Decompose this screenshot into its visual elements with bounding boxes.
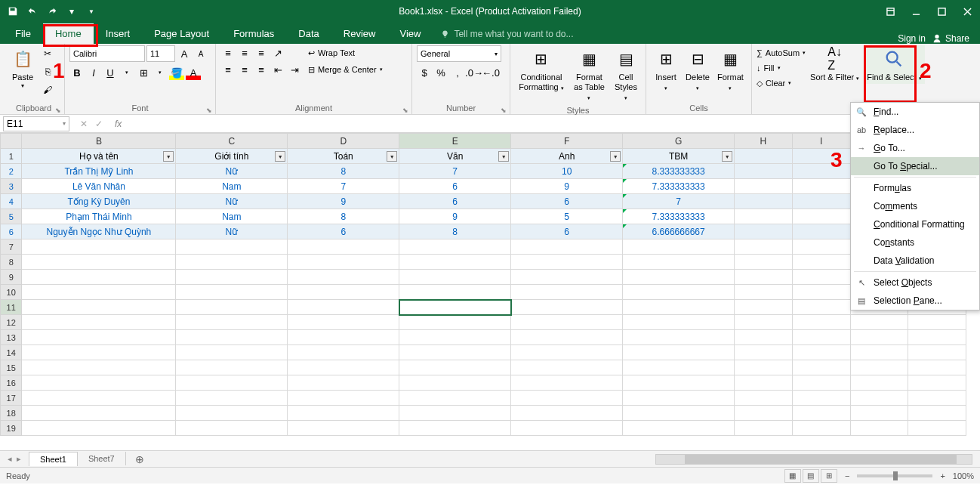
cancel-formula-icon[interactable]: ✕: [80, 119, 88, 129]
empty-cell[interactable]: [511, 330, 623, 345]
empty-cell[interactable]: [176, 255, 288, 270]
conditional-formatting-button[interactable]: ⊞ Conditional Formatting ▾: [515, 45, 568, 94]
empty-cell[interactable]: [399, 345, 511, 360]
row-header-10[interactable]: 10: [1, 285, 22, 300]
empty-cell[interactable]: [908, 406, 966, 421]
sheet-nav-last-icon[interactable]: ▸: [17, 454, 21, 464]
data-cell[interactable]: 6: [399, 194, 511, 209]
empty-cell[interactable]: [623, 391, 735, 406]
paste-button[interactable]: 📋 Paste ▾: [8, 45, 38, 91]
col-header-C[interactable]: C: [176, 134, 288, 149]
empty-cell[interactable]: [288, 375, 399, 391]
empty-cell[interactable]: [850, 391, 908, 406]
zoom-slider[interactable]: [857, 474, 932, 477]
minimize-icon[interactable]: [903, 0, 929, 23]
increase-indent-icon[interactable]: ⇥: [287, 62, 302, 77]
horizontal-scrollbar[interactable]: [655, 454, 972, 465]
filter-dropdown-icon[interactable]: ▼: [610, 151, 621, 162]
empty-cell[interactable]: [399, 391, 511, 406]
data-cell[interactable]: 6: [399, 179, 511, 194]
empty-cell[interactable]: [511, 270, 623, 285]
data-cell[interactable]: 8: [288, 209, 399, 224]
data-cell[interactable]: 8: [288, 164, 399, 179]
increase-decimal-icon[interactable]: .0→: [467, 65, 482, 80]
filter-dropdown-icon[interactable]: ▼: [163, 151, 174, 162]
data-cell[interactable]: 8.333333333: [623, 164, 735, 179]
empty-cell[interactable]: [22, 375, 176, 391]
data-cell[interactable]: 7: [399, 164, 511, 179]
autosum-button[interactable]: ∑AutoSum ▾: [757, 45, 806, 60]
data-cell[interactable]: Nam: [176, 179, 288, 194]
row-header-12[interactable]: 12: [1, 315, 22, 330]
align-bottom-icon[interactable]: ≡: [254, 45, 269, 60]
empty-cell[interactable]: [176, 315, 288, 330]
empty-cell[interactable]: [623, 345, 735, 360]
format-painter-icon[interactable]: 🖌: [39, 82, 56, 98]
empty-cell[interactable]: [792, 360, 850, 375]
empty-cell[interactable]: [850, 375, 908, 391]
delete-cells-button[interactable]: ⊟ Delete▾: [683, 45, 713, 94]
empty-cell[interactable]: [735, 375, 793, 391]
empty-cell[interactable]: [792, 300, 850, 315]
row-header-6[interactable]: 6: [1, 224, 22, 239]
dropdown-goto[interactable]: →Go To...: [851, 139, 979, 157]
row-header-19[interactable]: 19: [1, 421, 22, 436]
number-launcher-icon[interactable]: ⬊: [501, 107, 508, 113]
dropdown-constants[interactable]: Constants: [851, 233, 979, 252]
sign-in-button[interactable]: Sign in: [898, 33, 926, 44]
row-header-11[interactable]: 11: [1, 300, 22, 315]
empty-cell[interactable]: [399, 285, 511, 300]
filter-dropdown-icon[interactable]: ▼: [275, 151, 285, 162]
row-header-9[interactable]: 9: [1, 270, 22, 285]
underline-dropdown-icon[interactable]: ▾: [119, 65, 134, 80]
select-all-cell[interactable]: [1, 134, 22, 149]
empty-cell[interactable]: [735, 421, 793, 436]
tab-review[interactable]: Review: [331, 23, 388, 44]
zoom-level[interactable]: 100%: [953, 471, 974, 480]
tab-insert[interactable]: Insert: [94, 23, 143, 44]
share-button[interactable]: Share: [932, 33, 969, 44]
empty-cell[interactable]: [792, 330, 850, 345]
empty-cell[interactable]: [288, 270, 399, 285]
empty-cell[interactable]: [288, 421, 399, 436]
data-cell[interactable]: 6: [511, 224, 623, 239]
empty-cell[interactable]: [511, 360, 623, 375]
dropdown-selection-pane[interactable]: ▤Selection Pane...: [851, 292, 979, 310]
empty-cell[interactable]: [22, 360, 176, 375]
row-header-1[interactable]: 1: [1, 149, 22, 164]
format-as-table-button[interactable]: ▦ Format as Table ▾: [569, 45, 609, 104]
empty-cell[interactable]: [623, 239, 735, 255]
empty-cell[interactable]: [792, 239, 850, 255]
name-box[interactable]: E11 ▾: [3, 116, 69, 131]
row-header-7[interactable]: 7: [1, 239, 22, 255]
italic-button[interactable]: I: [86, 65, 101, 80]
align-middle-icon[interactable]: ≡: [237, 45, 252, 60]
dropdown-conditional[interactable]: Conditional Formatting: [851, 215, 979, 233]
empty-cell[interactable]: [850, 345, 908, 360]
dropdown-select-objects[interactable]: ↖Select Objects: [851, 273, 979, 292]
empty-cell[interactable]: [623, 315, 735, 330]
data-cell[interactable]: 6.666666667: [623, 224, 735, 239]
empty-cell[interactable]: [288, 345, 399, 360]
empty-cell[interactable]: [176, 285, 288, 300]
empty-cell[interactable]: [176, 270, 288, 285]
col-header-E[interactable]: E: [399, 134, 511, 149]
worksheet-grid[interactable]: BCDEFGHIJK1Họ và tên▼Giới tính▼Toán▼Văn▼…: [0, 133, 980, 450]
row-header-2[interactable]: 2: [1, 164, 22, 179]
sort-filter-button[interactable]: A↓Z Sort & Filter ▾: [807, 45, 862, 84]
empty-cell[interactable]: [735, 345, 793, 360]
tab-page-layout[interactable]: Page Layout: [142, 23, 221, 44]
empty-cell[interactable]: [908, 315, 966, 330]
empty-cell[interactable]: [735, 330, 793, 345]
bold-button[interactable]: B: [69, 65, 85, 80]
data-cell[interactable]: Nữ: [176, 194, 288, 209]
empty-cell[interactable]: [908, 421, 966, 436]
cell-styles-button[interactable]: ▤ Cell Styles ▾: [611, 45, 641, 104]
row-header-16[interactable]: 16: [1, 375, 22, 391]
dropdown-data-validation[interactable]: Data Validation: [851, 252, 979, 270]
empty-cell[interactable]: [176, 239, 288, 255]
empty-cell[interactable]: [908, 391, 966, 406]
empty-cell[interactable]: [623, 406, 735, 421]
empty-cell[interactable]: [735, 285, 793, 300]
empty-cell[interactable]: [22, 239, 176, 255]
